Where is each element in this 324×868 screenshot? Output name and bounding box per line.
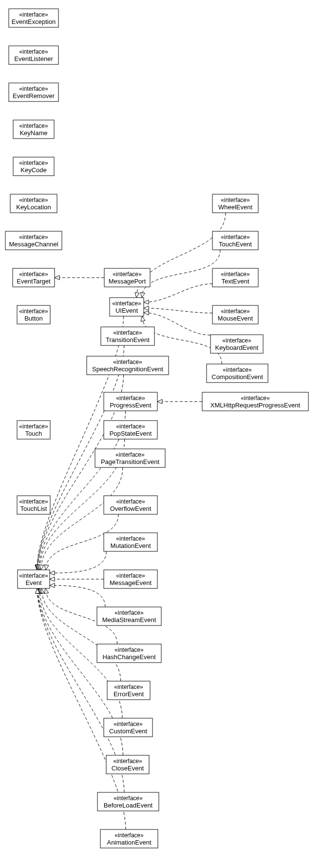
stereotype-label: «interface» <box>19 48 48 55</box>
uml-interface-Event: «interface»Event <box>18 570 50 588</box>
stereotype-label: «interface» <box>19 11 48 18</box>
uml-interface-EventRemover: «interface»EventRemover <box>9 83 58 101</box>
stereotype-label: «interface» <box>19 234 48 241</box>
stereotype-label: «interface» <box>19 271 48 278</box>
interface-name: MessageChannel <box>9 241 58 248</box>
dependency-line <box>50 551 106 573</box>
interface-name: KeyboardEvent <box>215 344 259 351</box>
stereotype-label: «interface» <box>221 271 250 278</box>
interface-name: CloseEvent <box>112 765 144 772</box>
stereotype-label: «interface» <box>19 308 48 315</box>
interface-name: TouchList <box>20 505 47 512</box>
stereotype-label: «interface» <box>114 684 143 690</box>
uml-interface-EventTarget: «interface»EventTarget <box>13 268 55 287</box>
realization-edge <box>50 577 104 582</box>
interface-name: UIEvent <box>115 307 138 314</box>
interface-name: Button <box>24 315 43 322</box>
interface-name: MutationEvent <box>110 542 151 549</box>
interface-name: ErrorEvent <box>114 690 144 698</box>
interface-name: XMLHttpRequestProgressEvent <box>210 402 301 409</box>
stereotype-label: «interface» <box>221 234 250 241</box>
realization-arrowhead <box>141 316 145 322</box>
interface-name: BeforeLoadEvent <box>104 802 153 809</box>
stereotype-label: «interface» <box>19 160 48 166</box>
interface-name: AnimationEvent <box>107 839 151 846</box>
realization-arrowhead <box>144 300 149 304</box>
stereotype-label: «interface» <box>221 197 250 203</box>
uml-interface-AnimationEvent: «interface»AnimationEvent <box>100 829 158 848</box>
stereotype-label: «interface» <box>223 366 252 373</box>
interface-name: TouchEvent <box>219 241 252 248</box>
uml-interface-MessageEvent: «interface»MessageEvent <box>104 570 157 588</box>
realization-edge <box>50 583 105 607</box>
uml-interface-WheelEvent: «interface»WheelEvent <box>212 194 258 213</box>
stereotype-label: «interface» <box>114 609 144 616</box>
stereotype-label: «interface» <box>222 337 251 344</box>
uml-interface-CloseEvent: «interface»CloseEvent <box>106 755 149 774</box>
uml-interface-KeyCode: «interface»KeyCode <box>13 157 54 176</box>
uml-interface-Button: «interface»Button <box>17 305 50 324</box>
realization-edge <box>157 400 202 404</box>
stereotype-label: «interface» <box>221 308 250 315</box>
realization-arrowhead <box>55 276 59 280</box>
realization-arrowhead <box>50 571 55 575</box>
stereotype-label: «interface» <box>113 758 142 765</box>
dependency-line <box>142 250 220 298</box>
realization-arrowhead <box>144 306 149 310</box>
uml-interface-MutationEvent: «interface»MutationEvent <box>104 533 157 551</box>
stereotype-label: «interface» <box>241 395 270 402</box>
stereotype-label: «interface» <box>19 122 48 129</box>
uml-interface-TouchList: «interface»TouchList <box>17 496 50 514</box>
realization-arrowhead <box>135 292 139 298</box>
stereotype-label: «interface» <box>113 271 142 278</box>
dependency-line <box>41 588 121 681</box>
stereotype-label: «interface» <box>114 646 144 653</box>
realization-arrowhead <box>44 565 49 570</box>
interface-name: EventListener <box>14 55 53 62</box>
dependency-line <box>144 308 212 313</box>
stereotype-label: «interface» <box>114 832 144 839</box>
interface-name: Touch <box>25 430 42 437</box>
stereotype-label: «interface» <box>19 423 48 430</box>
interface-name: EventTarget <box>17 278 51 285</box>
interface-name: EventException <box>12 18 56 25</box>
uml-interface-PopStateEvent: «interface»PopStateEvent <box>104 421 157 439</box>
uml-interface-ProgressEvent: «interface»ProgressEvent <box>104 392 157 411</box>
interface-name: CompositionEvent <box>211 373 263 381</box>
interface-name: PageTransitionEvent <box>101 458 160 465</box>
stereotype-label: «interface» <box>19 498 48 505</box>
dependency-line <box>37 316 124 570</box>
interface-name: KeyLocation <box>16 203 51 211</box>
uml-interface-TouchEvent: «interface»TouchEvent <box>212 231 258 250</box>
interface-name: MessagePort <box>109 278 146 285</box>
uml-interface-CustomEvent: «interface»CustomEvent <box>104 718 152 737</box>
uml-class-diagram: «interface»EventException«interface»Even… <box>0 0 324 868</box>
uml-interface-EventException: «interface»EventException <box>9 9 58 27</box>
stereotype-label: «interface» <box>116 535 145 542</box>
nodes-layer: «interface»EventException«interface»Even… <box>5 9 308 848</box>
realization-arrowhead <box>50 583 55 587</box>
realization-edge <box>144 306 212 313</box>
uml-interface-OverflowEvent: «interface»OverflowEvent <box>104 496 157 514</box>
stereotype-label: «interface» <box>19 197 48 203</box>
interface-name: SpeechRecognitionEvent <box>92 365 163 373</box>
realization-edge <box>144 284 212 304</box>
interface-name: ProgressEvent <box>110 402 152 409</box>
interface-name: OverflowEvent <box>110 505 152 512</box>
interface-name: CustomEvent <box>109 727 147 735</box>
realization-edge <box>35 316 124 570</box>
uml-interface-MouseEvent: «interface»MouseEvent <box>212 305 258 324</box>
uml-interface-SpeechRecognitionEvent: «interface»SpeechRecognitionEvent <box>87 356 169 375</box>
realization-edge <box>55 276 104 280</box>
realization-arrowhead <box>50 577 55 582</box>
realization-edge <box>141 250 220 298</box>
uml-interface-KeyLocation: «interface»KeyLocation <box>10 194 57 213</box>
uml-interface-KeyboardEvent: «interface»KeyboardEvent <box>210 335 263 353</box>
uml-interface-XMLHttpRequestProgressEvent: «interface»XMLHttpRequestProgressEvent <box>202 392 308 411</box>
realization-edge <box>40 588 121 681</box>
uml-interface-TextEvent: «interface»TextEvent <box>212 268 258 287</box>
uml-interface-HashChangeEvent: «interface»HashChangeEvent <box>97 644 161 663</box>
interface-name: MouseEvent <box>218 315 253 322</box>
uml-interface-ErrorEvent: «interface»ErrorEvent <box>107 681 150 700</box>
stereotype-label: «interface» <box>113 359 142 365</box>
